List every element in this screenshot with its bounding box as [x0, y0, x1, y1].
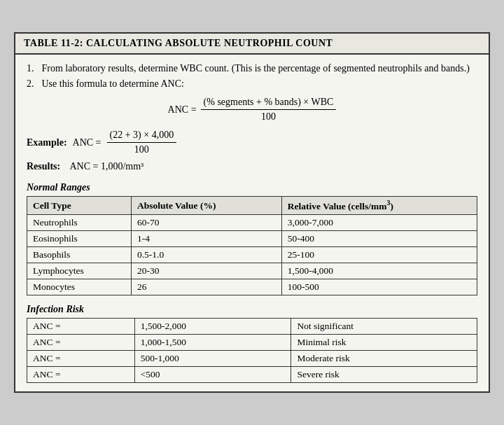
table-cell: 0.5-1.0: [131, 246, 281, 263]
table-cell: 500-1,000: [134, 350, 291, 366]
formula-denominator: 100: [258, 110, 279, 123]
intro-step1: 1. From laboratory results, determine WB…: [27, 63, 477, 74]
table-row: ANC =<500Severe risk: [27, 366, 477, 382]
results-label: Results:: [27, 161, 60, 172]
table-cell: 1,500-4,000: [281, 263, 477, 279]
table-row: Neutrophils60-703,000-7,000: [27, 214, 477, 230]
table-cell: 1-4: [131, 230, 281, 246]
formula-block: ANC = (% segments + % bands) × WBC 100: [27, 97, 477, 123]
example-anc-label: ANC =: [73, 137, 102, 148]
table-cell: Eosinophils: [27, 230, 132, 246]
main-card: TABLE 11-2: CALCULATING ABSOLUTE NEUTROP…: [14, 32, 490, 393]
example-fraction: (22 + 3) × 4,000 100: [107, 130, 177, 155]
table-cell: <500: [134, 366, 291, 382]
formula-line: ANC = (% segments + % bands) × WBC 100: [168, 97, 337, 123]
infection-section: Infection Risk ANC =1,500-2,000Not signi…: [27, 304, 477, 383]
intro-step2: 2. Use this formula to determine ANC:: [27, 78, 477, 90]
results-block: Results: ANC = 1,000/mm³: [27, 161, 477, 172]
table-row: Eosinophils1-450-400: [27, 230, 477, 246]
table-cell: Lymphocytes: [27, 263, 132, 279]
table-cell: ANC =: [27, 366, 135, 382]
table-cell: Neutrophils: [27, 214, 132, 230]
table-cell: Basophils: [27, 246, 132, 263]
card-header: TABLE 11-2: CALCULATING ABSOLUTE NEUTROP…: [15, 34, 489, 55]
table-cell: ANC =: [27, 350, 135, 366]
col-header-relative-value: Relative Value (cells/mm3): [281, 197, 477, 215]
infection-risk-label: Infection Risk: [27, 304, 477, 315]
example-label: Example:: [27, 137, 67, 148]
normal-ranges-label: Normal Ranges: [27, 182, 477, 193]
table-cell: 20-30: [131, 263, 281, 279]
card-title: TABLE 11-2: CALCULATING ABSOLUTE NEUTROP…: [24, 38, 332, 48]
table-row: ANC =500-1,000Moderate risk: [27, 350, 477, 366]
table-cell: Severe risk: [291, 366, 477, 382]
normal-ranges-header-row: Cell Type Absolute Value (%) Relative Va…: [27, 197, 477, 215]
table-cell: 3,000-7,000: [281, 214, 477, 230]
infection-risk-table: ANC =1,500-2,000Not significantANC =1,00…: [27, 318, 477, 383]
table-row: ANC =1,500-2,000Not significant: [27, 318, 477, 334]
col-header-cell-type: Cell Type: [27, 197, 132, 215]
formula-numerator: (% segments + % bands) × WBC: [201, 97, 337, 110]
infection-risk-tbody: ANC =1,500-2,000Not significantANC =1,00…: [27, 318, 477, 382]
formula-label: ANC =: [168, 104, 197, 116]
table-cell: 1,000-1,500: [134, 334, 291, 350]
table-cell: 26: [131, 279, 281, 295]
formula-fraction: (% segments + % bands) × WBC 100: [201, 97, 337, 123]
table-row: Lymphocytes20-301,500-4,000: [27, 263, 477, 279]
intro-list: 1. From laboratory results, determine WB…: [27, 63, 477, 90]
example-denominator: 100: [132, 143, 152, 155]
table-cell: 25-100: [281, 246, 477, 263]
table-cell: 100-500: [281, 279, 477, 295]
table-cell: Monocytes: [27, 279, 132, 295]
example-numerator: (22 + 3) × 4,000: [107, 130, 177, 143]
normal-ranges-tbody: Neutrophils60-703,000-7,000Eosinophils1-…: [27, 214, 477, 295]
table-row: Monocytes26100-500: [27, 279, 477, 295]
normal-ranges-table: Cell Type Absolute Value (%) Relative Va…: [27, 196, 477, 295]
table-cell: Moderate risk: [291, 350, 477, 366]
table-row: ANC =1,000-1,500Minimal risk: [27, 334, 477, 350]
table-cell: Minimal risk: [291, 334, 477, 350]
table-cell: 60-70: [131, 214, 281, 230]
col-header-absolute-value: Absolute Value (%): [131, 197, 281, 215]
card-body: 1. From laboratory results, determine WB…: [15, 55, 489, 391]
table-cell: 50-400: [281, 230, 477, 246]
table-cell: ANC =: [27, 318, 135, 334]
table-cell: 1,500-2,000: [134, 318, 291, 334]
example-block: Example: ANC = (22 + 3) × 4,000 100: [27, 130, 477, 155]
table-cell: Not significant: [291, 318, 477, 334]
table-cell: ANC =: [27, 334, 135, 350]
table-row: Basophils0.5-1.025-100: [27, 246, 477, 263]
results-value: ANC = 1,000/mm³: [69, 161, 144, 172]
